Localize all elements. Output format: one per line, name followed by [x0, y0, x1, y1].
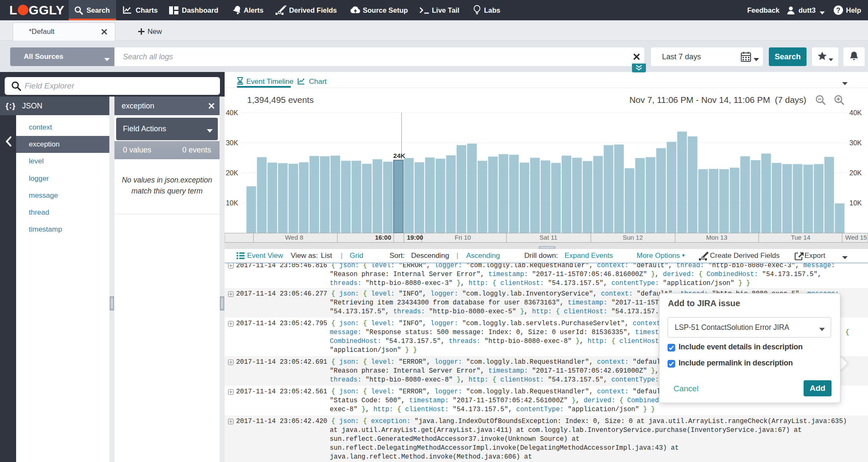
svg-text:10K: 10K	[849, 199, 862, 207]
svg-text:Sat 11: Sat 11	[540, 234, 557, 241]
svg-text:24K: 24K	[393, 152, 406, 159]
svg-text:Wed 15: Wed 15	[845, 234, 867, 241]
svg-text:20K: 20K	[226, 169, 238, 177]
svg-text:16:00: 16:00	[375, 234, 391, 241]
svg-text:Wed 8: Wed 8	[285, 234, 303, 241]
svg-text:20K: 20K	[849, 169, 862, 177]
svg-text:?: ?	[836, 7, 840, 14]
svg-text:30K: 30K	[226, 139, 238, 147]
svg-text:Sun 12: Sun 12	[623, 234, 643, 241]
svg-text:40K: 40K	[849, 109, 862, 116]
svg-text:Tue 14: Tue 14	[791, 234, 810, 241]
svg-text:Fri 10: Fri 10	[455, 234, 471, 241]
svg-text:30K: 30K	[849, 139, 862, 147]
svg-text:10K: 10K	[226, 199, 238, 207]
svg-text:Mon 13: Mon 13	[706, 234, 727, 241]
svg-text:19:00: 19:00	[407, 234, 423, 241]
svg-text:40K: 40K	[226, 109, 238, 116]
